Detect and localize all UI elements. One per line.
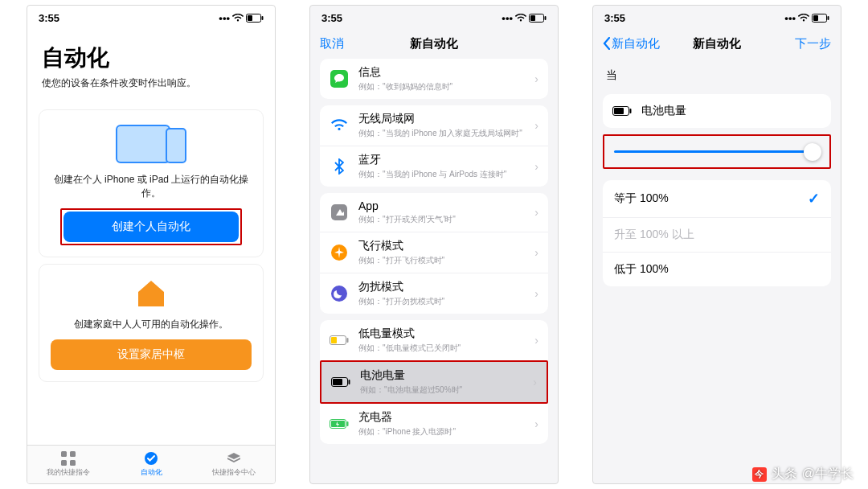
row-label: 低电量模式 xyxy=(358,327,525,341)
personal-automation-card: 创建在个人 iPhone 或 iPad 上运行的自动化操作。 创建个人自动化 xyxy=(39,109,264,257)
trigger-group-messages: 信息例如："收到妈妈的信息时" › xyxy=(320,59,548,99)
chevron-right-icon: › xyxy=(534,160,538,173)
toutiao-icon: 今 xyxy=(752,467,767,482)
back-label: 新自动化 xyxy=(612,36,660,51)
setup-home-hub-button[interactable]: 设置家居中枢 xyxy=(51,339,252,370)
trigger-row-bluetooth[interactable]: 蓝牙例如："当我的 iPhone 与 AirPods 连接时" › xyxy=(320,146,548,187)
trigger-row-charger[interactable]: 充电器例如："iPhone 接入电源时" › xyxy=(320,404,548,444)
page-title: 自动化 xyxy=(27,30,275,76)
battery-icon xyxy=(529,14,547,23)
row-sub: 例如："打开勿扰模式时" xyxy=(358,296,525,307)
trigger-row-battery[interactable]: 电池电量例如："电池电量超过50%时" › xyxy=(321,362,547,402)
svg-rect-23 xyxy=(347,421,349,426)
chevron-right-icon: › xyxy=(534,417,538,430)
svg-rect-9 xyxy=(530,15,535,21)
svg-rect-29 xyxy=(630,109,632,113)
tab-automation[interactable]: 自动化 xyxy=(110,446,193,483)
home-automation-card: 创建家庭中人人可用的自动化操作。 设置家居中枢 xyxy=(39,264,264,382)
row-label: 勿扰模式 xyxy=(358,280,525,294)
chevron-right-icon: › xyxy=(534,119,538,132)
wifi-icon xyxy=(330,116,349,135)
tab-label: 我的快捷指令 xyxy=(47,467,90,478)
back-button[interactable]: 新自动化 xyxy=(603,36,660,51)
svg-rect-4 xyxy=(70,451,76,457)
battery-slider[interactable] xyxy=(604,136,829,167)
checkmark-icon: ✓ xyxy=(808,190,820,208)
status-time: 3:55 xyxy=(604,12,625,24)
slider-thumb[interactable] xyxy=(804,143,821,161)
tab-shortcuts[interactable]: 我的快捷指令 xyxy=(27,446,110,483)
option-label: 升至 100% 以上 xyxy=(614,228,694,242)
battery-icon xyxy=(612,101,632,121)
svg-rect-26 xyxy=(828,16,829,20)
status-time: 3:55 xyxy=(321,12,342,24)
trigger-summary: 电池电量 xyxy=(603,94,831,128)
create-personal-automation-button[interactable]: 创建个人自动化 xyxy=(63,212,239,242)
screen-new-automation-list: 3:55 ••• 取消 新自动化 信息例如："收到妈妈的信息时" › xyxy=(309,5,559,484)
chevron-right-icon: › xyxy=(534,287,538,300)
row-label: 信息 xyxy=(358,65,525,80)
trigger-row-app[interactable]: App例如："打开或关闭'天气'时" › xyxy=(320,193,548,232)
watermark: 今 头条 @牛学长 xyxy=(752,466,854,483)
row-label: 电池电量 xyxy=(360,368,523,383)
svg-rect-10 xyxy=(545,16,547,20)
message-icon xyxy=(330,69,349,88)
screen-battery-config: 3:55 ••• 新自动化 新自动化 下一步 当 电池电量 xyxy=(592,5,841,484)
svg-rect-5 xyxy=(61,460,67,466)
home-caption: 创建家庭中人人可用的自动化操作。 xyxy=(51,318,252,331)
trigger-row-dnd[interactable]: 勿扰模式例如："打开勿扰模式时" › xyxy=(320,273,548,314)
battery-icon xyxy=(331,372,350,392)
status-bar: 3:55 ••• xyxy=(593,6,841,30)
row-label: 飞行模式 xyxy=(358,239,525,253)
option-falls-below[interactable]: 低于 100% xyxy=(603,252,831,286)
svg-rect-2 xyxy=(262,16,264,20)
ipad-icon xyxy=(116,125,170,163)
status-dots-icon: ••• xyxy=(219,12,230,24)
chevron-left-icon xyxy=(603,37,610,50)
app-icon xyxy=(330,203,349,222)
highlight-box: 创建个人自动化 xyxy=(60,208,242,245)
trigger-group-network: 无线局域网例如："当我的 iPhone 加入家庭无线局域网时" › 蓝牙例如："… xyxy=(320,105,548,187)
chevron-right-icon: › xyxy=(533,376,537,388)
svg-rect-16 xyxy=(331,337,337,343)
svg-point-14 xyxy=(331,286,347,302)
condition-options: 等于 100% ✓ 升至 100% 以上 低于 100% xyxy=(603,180,831,286)
iphone-icon xyxy=(166,128,186,163)
dnd-icon xyxy=(330,284,349,303)
row-sub: 例如："iPhone 接入电源时" xyxy=(358,426,525,438)
option-equals[interactable]: 等于 100% ✓ xyxy=(603,180,831,217)
trigger-row-lowpower[interactable]: 低电量模式例如："低电量模式已关闭时" › xyxy=(320,320,548,360)
watermark-handle: @牛学长 xyxy=(802,466,854,483)
option-label: 等于 100% xyxy=(614,191,669,206)
highlight-box xyxy=(603,134,831,169)
bluetooth-icon xyxy=(330,157,349,176)
row-sub: 例如："当我的 iPhone 与 AirPods 连接时" xyxy=(358,169,525,180)
status-bar: 3:55 ••• xyxy=(310,6,558,30)
tab-gallery[interactable]: 快捷指令中心 xyxy=(192,446,275,483)
wifi-icon xyxy=(798,14,809,22)
highlight-box: 电池电量例如："电池电量超过50%时" › xyxy=(320,360,548,404)
option-rises-above: 升至 100% 以上 xyxy=(603,217,831,252)
trigger-row-wifi[interactable]: 无线局域网例如："当我的 iPhone 加入家庭无线局域网时" › xyxy=(320,105,548,146)
chevron-right-icon: › xyxy=(534,206,538,219)
cancel-button[interactable]: 取消 xyxy=(320,36,344,51)
wifi-icon xyxy=(232,14,244,22)
row-sub: 例如："电池电量超过50%时" xyxy=(360,384,523,396)
trigger-battery-summary: 电池电量 xyxy=(603,94,831,128)
home-icon xyxy=(51,279,252,308)
airplane-icon xyxy=(330,243,349,262)
row-label: 蓝牙 xyxy=(358,153,525,167)
row-sub: 例如："收到妈妈的信息时" xyxy=(358,81,525,92)
trigger-row-message[interactable]: 信息例如："收到妈妈的信息时" › xyxy=(320,59,548,99)
nav-bar: 新自动化 新自动化 下一步 xyxy=(593,30,841,57)
trigger-row-airplane[interactable]: 飞行模式例如："打开飞行模式时" › xyxy=(320,232,548,273)
svg-rect-19 xyxy=(333,379,342,385)
option-label: 低于 100% xyxy=(614,262,669,277)
next-button[interactable]: 下一步 xyxy=(795,36,831,51)
personal-caption: 创建在个人 iPhone 或 iPad 上运行的自动化操作。 xyxy=(51,173,252,200)
tab-label: 自动化 xyxy=(141,467,162,478)
row-label: App xyxy=(358,199,525,212)
nav-title: 新自动化 xyxy=(410,36,458,51)
svg-rect-3 xyxy=(61,451,67,457)
row-label: 无线局域网 xyxy=(358,112,525,126)
